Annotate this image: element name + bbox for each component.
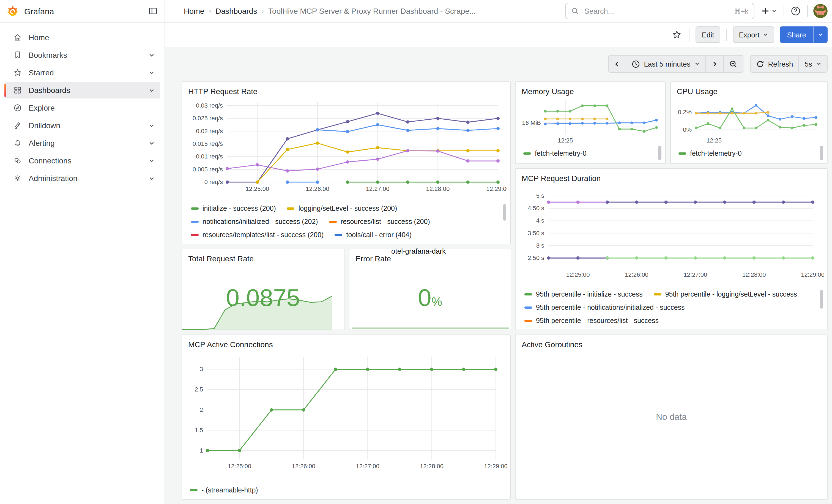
sidebar-item-connections[interactable]: Connections	[4, 152, 160, 169]
chevron-down-icon	[149, 140, 155, 146]
grafana-logo-icon[interactable]	[7, 5, 19, 17]
chevron-down-icon	[772, 8, 777, 14]
active-indicator	[4, 66, 6, 79]
legend-label: fetch-telemetry-0	[535, 150, 587, 157]
memory-usage-chart[interactable]: 16 MiB12:25	[519, 95, 663, 146]
svg-text:12:28:00: 12:28:00	[742, 271, 766, 278]
chevron-down-icon	[818, 32, 823, 37]
legend-item[interactable]: resources/list - success (200)	[329, 218, 430, 226]
question-circle-icon	[791, 6, 801, 16]
sidebar-item-administration[interactable]: Administration	[4, 170, 160, 187]
legend-swatch	[329, 221, 337, 223]
legend-item[interactable]: 95th percentile - resources/list - succe…	[524, 317, 659, 325]
panel-title[interactable]: Memory Usage	[522, 87, 574, 96]
legend-item[interactable]: fetch-telemetry-0	[678, 150, 742, 157]
panel-title[interactable]: Error Rate	[356, 254, 391, 263]
legend-item[interactable]: initialize - success (200)	[191, 205, 276, 212]
refresh-button[interactable]: Refresh	[750, 55, 799, 73]
svg-text:12:25:00: 12:25:00	[246, 185, 269, 192]
help-button[interactable]	[790, 5, 802, 17]
time-shift-forward-button[interactable]	[705, 55, 723, 73]
error-rate-value: 0%	[349, 286, 511, 310]
panel-title[interactable]: MCP Active Connections	[188, 340, 273, 349]
sidebar-item-bookmarks[interactable]: Bookmarks	[4, 47, 160, 63]
legend-label: 95th percentile - notifications/initiali…	[536, 304, 685, 312]
panel-cpu-usage: CPU Usage 0.2%0%12:25 fetch-telemetry-0	[670, 81, 828, 164]
breadcrumb-item[interactable]: Dashboards	[215, 7, 257, 16]
edit-button[interactable]: Edit	[696, 26, 720, 43]
legend-item[interactable]: fetch-telemetry-0	[523, 150, 587, 157]
share-button[interactable]: Share	[780, 26, 813, 43]
favorite-star-button[interactable]	[671, 29, 683, 41]
legend-label: fetch-telemetry-0	[690, 150, 742, 157]
legend-scrollbar[interactable]	[503, 204, 506, 221]
svg-text:16 MiB: 16 MiB	[522, 120, 541, 126]
legend-item[interactable]: tools/call - error (404)	[335, 231, 412, 239]
sidebar-item-starred[interactable]: Starred	[4, 64, 160, 81]
time-range-picker[interactable]: Last 5 minutes	[626, 55, 706, 73]
legend-item[interactable]: 95th percentile - notifications/initiali…	[524, 304, 685, 312]
svg-text:0%: 0%	[683, 126, 692, 133]
mcp-active-connections-chart[interactable]: 32.521.5112:25:0012:26:0012:27:0012:28:0…	[186, 349, 507, 480]
legend-item[interactable]: - (streamable-http)	[190, 486, 258, 494]
refresh-interval-picker[interactable]: 5s	[799, 55, 828, 73]
sidebar-item-drilldown[interactable]: Drilldown	[4, 117, 160, 134]
http-request-rate-chart[interactable]: 0 req/s0.005 req/s0.01 req/s0.015 req/s0…	[186, 95, 507, 200]
zoom-out-button[interactable]	[723, 55, 743, 73]
legend-item[interactable]: 95th percentile - logging/setLevel - suc…	[654, 291, 797, 298]
legend-item[interactable]: 95th percentile - initialize - success	[524, 291, 643, 298]
svg-text:1: 1	[200, 447, 203, 454]
svg-text:12:27:00: 12:27:00	[366, 185, 390, 192]
sidebar-item-label: Explore	[29, 103, 55, 112]
sidebar-item-label: Alerting	[29, 139, 55, 148]
panel-title[interactable]: CPU Usage	[677, 87, 718, 96]
legend-scrollbar[interactable]	[658, 146, 661, 160]
user-avatar[interactable]	[813, 4, 828, 18]
sidebar-item-explore[interactable]: Explore	[4, 100, 160, 116]
mcp-request-duration-chart[interactable]: 5 s4.50 s4 s3.50 s3 s2.50 s12:25:0012:26…	[520, 183, 824, 286]
error-rate-sparkline	[352, 323, 509, 329]
sidebar-item-dashboards[interactable]: Dashboards	[4, 82, 160, 99]
dashboards-icon	[13, 86, 22, 95]
cpu-usage-chart[interactable]: 0.2%0%12:25	[674, 95, 824, 146]
legend-swatch	[524, 293, 532, 296]
panel-title[interactable]: Total Request Rate	[188, 254, 254, 263]
panel-title[interactable]: MCP Request Duration	[522, 174, 601, 183]
sidebar-item-label: Home	[29, 33, 49, 42]
refresh-icon	[756, 60, 764, 68]
legend-item[interactable]: notifications/initialized - success (202…	[191, 218, 318, 226]
connections-icon	[13, 156, 22, 165]
search-input[interactable]	[583, 6, 734, 16]
header-divider	[784, 5, 784, 17]
header-divider	[807, 5, 808, 17]
sidebar-item-alerting[interactable]: Alerting	[4, 135, 160, 151]
dashboard-canvas: Last 5 minutes Refresh 5s	[165, 47, 832, 504]
legend-item[interactable]: resources/templates/list - success (200)	[191, 231, 323, 239]
home-icon	[13, 33, 22, 42]
gear-icon	[13, 174, 22, 183]
add-new-button[interactable]	[760, 5, 778, 17]
dashboard-toolbar: Edit Export Share	[165, 22, 832, 47]
legend-item[interactable]: logging/setLevel - success (200)	[287, 205, 397, 212]
legend-scrollbar[interactable]	[820, 290, 823, 309]
zoom-out-icon	[729, 60, 737, 68]
legend-scrollbar[interactable]	[820, 146, 823, 160]
search-input-wrapper[interactable]: ⌘+k	[565, 3, 754, 19]
breadcrumb-item[interactable]: Home	[184, 7, 204, 16]
time-shift-back-button[interactable]	[608, 55, 626, 73]
share-button-group: Share	[780, 26, 828, 43]
chevron-down-icon	[763, 32, 769, 37]
chevron-down-icon	[149, 175, 155, 181]
share-menu-button[interactable]	[813, 26, 828, 43]
sidebar-toggle-icon[interactable]	[147, 5, 159, 17]
legend-label: resources/templates/list - success (200)	[203, 231, 323, 239]
chevron-down-icon	[816, 61, 822, 67]
svg-text:2.50 s: 2.50 s	[528, 255, 544, 261]
export-button[interactable]: Export	[733, 26, 774, 43]
svg-text:0.02 req/s: 0.02 req/s	[196, 128, 223, 135]
sidebar-item-home[interactable]: Home	[4, 29, 160, 46]
chevron-left-icon	[614, 61, 620, 67]
panel-title[interactable]: HTTP Request Rate	[188, 87, 258, 96]
active-indicator	[4, 136, 6, 150]
brand-name: Grafana	[24, 6, 54, 16]
